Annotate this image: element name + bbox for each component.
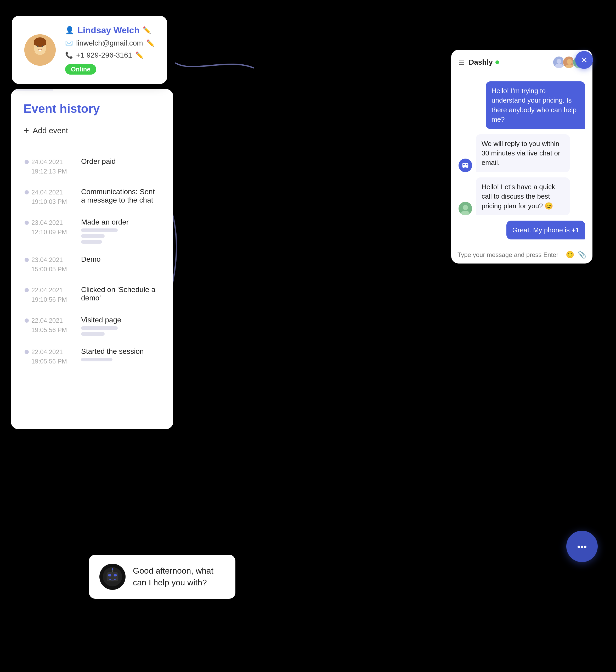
close-icon: ✕ (581, 55, 587, 65)
timeline-event-name: Clicked on 'Schedule a demo' (81, 285, 161, 302)
svg-point-22 (578, 546, 580, 548)
contact-email-row: ✉️ linwelch@gmail.com ✏️ (65, 39, 155, 47)
svg-rect-27 (108, 574, 111, 576)
bot-popup: Good afternoon, what can I help you with… (89, 555, 235, 599)
contact-info: 👤 Lindsay Welch ✏️ ✉️ linwelch@gmail.com… (65, 25, 155, 75)
chat-bubble-icon (574, 539, 590, 554)
chat-header-left: ☰ Dashly (459, 58, 499, 66)
chat-bubble-button[interactable] (566, 531, 598, 562)
svg-point-24 (584, 546, 586, 548)
chat-header: ☰ Dashly (451, 50, 592, 75)
svg-point-9 (555, 64, 563, 69)
timeline-event-name: Demo (81, 255, 161, 263)
event-history-title: Event history (24, 101, 161, 116)
chat-message-user: Great. My phone is +1 (506, 220, 585, 239)
emoji-icon[interactable]: 🙂 (566, 251, 574, 259)
event-panel-inner: Event history + Add event 24.04.202119:1… (11, 89, 173, 388)
contact-email: linwelch@gmail.com (76, 39, 143, 47)
timeline-date: 24.04.202119:12:13 PM (31, 157, 73, 176)
timeline-dot (25, 318, 29, 322)
placeholder-bar (81, 228, 118, 232)
timeline-date: 22.04.202119:05:56 PM (31, 316, 73, 335)
timeline-dot (25, 258, 29, 262)
timeline-event-name: Order paid (81, 157, 161, 166)
attachment-icon[interactable]: 📎 (578, 251, 586, 259)
chat-input[interactable] (457, 251, 562, 258)
timeline-content: Started the session (81, 347, 161, 362)
contact-avatar (24, 34, 56, 66)
timeline-content: Demo (81, 255, 161, 265)
chat-online-indicator (495, 60, 499, 64)
timeline-event-name: Communications: Sent a message to the ch… (81, 188, 161, 204)
contact-card: 👤 Lindsay Welch ✏️ ✉️ linwelch@gmail.com… (12, 16, 167, 84)
bot-popup-text: Good afternoon, what can I help you with… (133, 565, 225, 589)
timeline-date: 24.04.202119:10:03 PM (31, 188, 73, 206)
timeline-dot (25, 350, 29, 354)
timeline-content: Visited page (81, 316, 161, 336)
chat-input-area[interactable]: 🙂 📎 (451, 246, 592, 263)
add-event-label: Add event (33, 126, 68, 135)
contact-phone-row: 📞 +1 929-296-3161 ✏️ (65, 51, 155, 59)
add-icon: + (24, 125, 29, 136)
contact-phone: +1 929-296-3161 (76, 51, 132, 59)
chat-widget: ☰ Dashly (451, 50, 592, 263)
svg-point-11 (567, 59, 572, 64)
timeline-item: 24.04.202119:12:13 PMOrder paid (31, 157, 161, 176)
timeline-content: Clicked on 'Schedule a demo' (81, 285, 161, 304)
timeline-item: 22.04.202119:10:56 PMClicked on 'Schedul… (31, 285, 161, 304)
svg-rect-28 (114, 574, 117, 576)
contact-name: Lindsay Welch (77, 25, 139, 35)
svg-point-6 (42, 46, 43, 47)
timeline-item: 23.04.202112:10:09 PMMade an order (31, 218, 161, 244)
bot-face-icon (102, 566, 123, 587)
add-event-button[interactable]: + Add event (24, 125, 161, 136)
chat-message-bot: We will reply to you within 30 minutes v… (476, 134, 570, 172)
bot-message-avatar (459, 159, 472, 172)
timeline-item: 24.04.202119:10:03 PMCommunications: Sen… (31, 188, 161, 206)
chat-messages: Hello! I'm trying to understand your pri… (451, 75, 592, 246)
timeline-event-name: Started the session (81, 347, 161, 356)
chat-message-agent-row: Hello! Let's have a quick call to discus… (459, 177, 585, 215)
chat-message-bot-row: We will reply to you within 30 minutes v… (459, 134, 585, 172)
chat-message-agent: Hello! Let's have a quick call to discus… (476, 177, 570, 215)
chat-message-user: Hello! I'm trying to understand your pri… (486, 81, 585, 129)
hamburger-icon[interactable]: ☰ (459, 58, 465, 66)
timeline-item: 22.04.202119:05:56 PMVisited page (31, 316, 161, 336)
placeholder-bar (81, 240, 102, 244)
bot-icon (99, 564, 126, 590)
timeline-date: 23.04.202112:10:09 PM (31, 218, 73, 237)
svg-rect-16 (462, 163, 468, 168)
edit-email-icon[interactable]: ✏️ (146, 39, 155, 47)
timeline-date: 23.04.202115:00:05 PM (31, 255, 73, 274)
svg-rect-17 (463, 164, 465, 165)
event-panel: Events Event history + Add event 24.04.2… (11, 89, 173, 429)
timeline: 24.04.202119:12:13 PMOrder paid24.04.202… (24, 157, 161, 366)
timeline-dot (25, 160, 29, 164)
timeline-content: Communications: Sent a message to the ch… (81, 188, 161, 206)
placeholder-bar (81, 358, 112, 362)
placeholder-bar (81, 326, 118, 330)
svg-point-23 (581, 546, 583, 548)
edit-name-icon[interactable]: ✏️ (143, 26, 151, 34)
svg-point-5 (37, 46, 38, 47)
timeline-item: 22.04.202119:05:56 PMStarted the session (31, 347, 161, 366)
svg-point-8 (557, 59, 561, 64)
agent-message-avatar (459, 202, 472, 215)
timeline-dot (25, 288, 29, 292)
svg-rect-18 (466, 164, 467, 165)
timeline-item: 23.04.202115:00:05 PMDemo (31, 255, 161, 274)
mail-icon: ✉️ (65, 39, 73, 47)
status-badge: Online (65, 64, 96, 75)
timeline-dot (25, 220, 29, 225)
timeline-date: 22.04.202119:10:56 PM (31, 285, 73, 304)
timeline-dot (25, 190, 29, 194)
chat-brand-name: Dashly (469, 58, 493, 66)
timeline-content: Made an order (81, 218, 161, 244)
timeline-event-name: Made an order (81, 218, 161, 226)
edit-phone-icon[interactable]: ✏️ (135, 51, 144, 59)
timeline-date: 22.04.202119:05:56 PM (31, 347, 73, 366)
phone-icon: 📞 (65, 52, 73, 59)
chat-brand: Dashly (469, 58, 499, 66)
close-chat-button[interactable]: ✕ (575, 51, 593, 69)
timeline-event-name: Visited page (81, 316, 161, 324)
